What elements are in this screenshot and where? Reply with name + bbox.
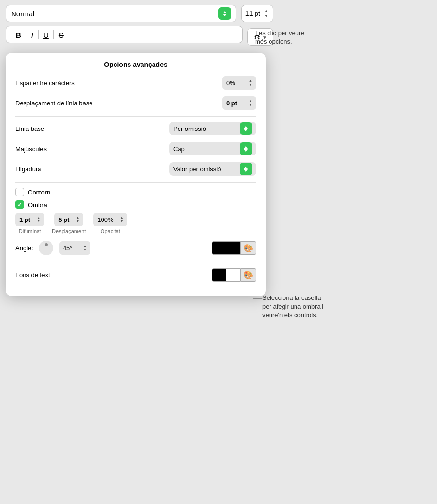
text-bg-color-group: 🎨 [212,268,256,282]
text-bg-rect[interactable] [212,268,241,282]
offset-stepper[interactable]: 5 pt ▲ ▼ [54,213,83,226]
opacity-up[interactable]: ▲ [120,216,123,220]
baseline-row: Línia base Per omissió [15,122,256,135]
blur-up[interactable]: ▲ [37,216,40,220]
callout-1-text: Fes clic per veure més opcions. [255,29,305,45]
angle-row: Angle: 45° ▲ ▼ 🎨 [15,241,256,255]
shadow-row: Ombra [15,200,256,209]
angle-up[interactable]: ▲ [83,244,87,248]
offset-control: 5 pt ▲ ▼ Desplaçament [52,213,86,234]
caps-label: Majúscules [15,145,47,153]
bold-button[interactable]: B [11,30,26,40]
ligature-dropdown[interactable]: Valor per omissió [169,162,256,176]
format-bar: B I U S [6,26,243,43]
baseline-offset-arrows: ▲ ▼ [249,99,252,107]
baseline-offset-down[interactable]: ▼ [249,103,252,107]
font-size-arrows: ▲ ▼ [263,9,269,19]
strikethrough-button[interactable]: S [54,30,68,40]
font-size-down[interactable]: ▼ [263,14,269,19]
top-bar: Normal 11 pt ▲ ▼ [6,5,273,22]
text-bg-white-half [226,269,240,281]
outline-label: Contorn [28,189,50,196]
char-spacing-control[interactable]: 0% ▲ ▼ [222,76,256,90]
shadow-controls: 1 pt ▲ ▼ Difuminat 5 pt ▲ ▼ Desplaçament [15,213,256,234]
blur-stepper[interactable]: 1 pt ▲ ▼ [15,213,44,226]
opacity-label: Opacitat [101,228,120,234]
shadow-color-group: 🎨 [212,241,256,255]
divider-2 [15,182,256,183]
baseline-offset-value: 0 pt [226,100,237,107]
callout-1-line [229,35,255,35]
angle-down[interactable]: ▼ [83,248,87,252]
underline-button[interactable]: U [39,30,53,40]
text-bg-color-wheel[interactable]: 🎨 [241,268,256,282]
style-arrow-down [223,14,227,16]
callout-2: Selecciona la casella per afegir una omb… [262,294,368,320]
blur-value: 1 pt [19,216,30,223]
ligature-arrow-up [244,167,248,169]
blur-label: Difuminat [19,228,41,234]
style-arrow-up [223,11,227,13]
caps-arrow-down [244,149,248,152]
caps-dropdown-arrows [240,142,252,155]
offset-down[interactable]: ▼ [76,220,79,223]
baseline-dropdown[interactable]: Per omissió [169,122,256,135]
text-bg-black-half [212,269,226,281]
text-bg-row: Fons de text 🎨 [15,268,256,282]
char-spacing-down[interactable]: ▼ [249,83,252,87]
opacity-control: 100% ▲ ▼ Opacitat [93,213,127,234]
offset-up[interactable]: ▲ [76,216,79,220]
callout-2-text: Selecciona la casella per afegir una omb… [262,294,323,319]
caps-dropdown[interactable]: Cap [169,142,256,155]
blur-control: 1 pt ▲ ▼ Difuminat [15,213,44,234]
char-spacing-arrows: ▲ ▼ [249,79,252,87]
char-spacing-up[interactable]: ▲ [249,79,252,83]
caps-arrow-up [244,146,248,149]
baseline-dropdown-arrows [240,122,252,135]
opacity-value: 100% [97,216,113,223]
divider-1 [15,116,256,117]
callout-1: Fes clic per veure més opcions. [255,29,351,46]
outline-checkbox[interactable] [15,188,24,196]
baseline-offset-up[interactable]: ▲ [249,99,252,103]
shadow-color-rect[interactable] [212,241,241,255]
shadow-checkbox[interactable] [15,200,24,209]
italic-button[interactable]: I [26,30,38,40]
angle-label: Angle: [15,245,33,252]
ligature-value: Valor per omissió [173,166,221,173]
offset-label: Desplaçament [52,228,86,234]
char-spacing-row: Espai entre caràcters 0% ▲ ▼ [15,76,256,90]
baseline-offset-control[interactable]: 0 pt ▲ ▼ [222,96,256,110]
style-select-text: Normal [11,10,34,18]
ligature-row: Lligadura Valor per omissió [15,162,256,176]
panel-title: Opcions avançades [15,61,256,68]
font-size-control[interactable]: 11 pt ▲ ▼ [241,5,273,22]
blur-down[interactable]: ▼ [37,220,40,223]
text-bg-label: Fons de text [15,271,50,279]
offset-arrows: ▲ ▼ [76,216,79,224]
style-select[interactable]: Normal [6,5,236,22]
opacity-down[interactable]: ▼ [120,220,123,223]
ligature-dropdown-arrows [240,163,252,175]
divider-3 [15,263,256,263]
outline-row: Contorn [15,188,256,196]
shadow-label: Ombra [28,201,47,208]
angle-arrows: ▲ ▼ [83,244,87,252]
char-spacing-label: Espai entre caràcters [15,79,75,87]
callout-2-line [253,298,262,299]
baseline-label: Línia base [15,125,44,132]
shadow-color-wheel[interactable]: 🎨 [241,241,256,255]
angle-input[interactable]: 45° ▲ ▼ [59,241,90,255]
style-select-arrows[interactable] [218,7,231,20]
font-size-value: 11 pt [245,10,260,17]
baseline-offset-label: Desplaçament de línia base [15,100,92,107]
ligature-arrow-down [244,169,248,172]
angle-dial-dot [45,243,48,246]
font-size-up[interactable]: ▲ [263,9,269,13]
baseline-arrow-down [244,129,248,131]
offset-value: 5 pt [58,216,69,223]
advanced-options-panel: Opcions avançades Espai entre caràcters … [6,53,266,296]
opacity-stepper[interactable]: 100% ▲ ▼ [93,213,127,226]
angle-dial[interactable] [39,241,53,255]
char-spacing-value: 0% [226,79,235,87]
